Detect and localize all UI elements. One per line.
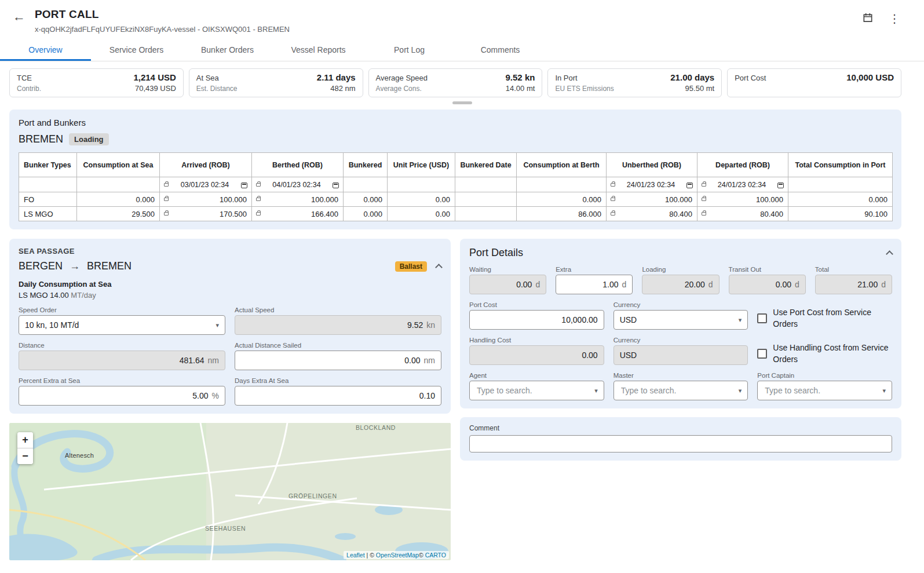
cell-departed-rob[interactable]: 100.000 [697, 192, 788, 207]
osm-link[interactable]: OpenStreetMap [376, 552, 419, 559]
col-arrived-rob: Arrived (ROB) [160, 153, 252, 177]
port-captain-input[interactable] [764, 385, 879, 396]
attribution-text: | © [365, 552, 376, 559]
actual-distance-field[interactable]: 0.00 nm [235, 351, 441, 370]
transit-out-field: 0.00d [729, 275, 806, 294]
tab-bunker-orders[interactable]: Bunker Orders [182, 38, 273, 61]
days-extra-field[interactable]: 0.10 [235, 386, 441, 406]
kpi-row: TCE1,214 USD Contrib.70,439 USD At Sea2.… [9, 68, 901, 97]
percent-extra-field[interactable]: 5.00 % [19, 386, 225, 406]
cell-bunkered[interactable]: 0.000 [344, 192, 388, 207]
leaflet-link[interactable]: Leaflet [346, 552, 365, 559]
cell-value: 170.500 [220, 210, 247, 218]
berthed-date-cell[interactable]: 04/01/23 02:34 [252, 177, 344, 192]
extra-value: 1.00 [562, 280, 618, 289]
master-select[interactable]: ▾ [613, 381, 748, 400]
empty-cell [455, 177, 517, 192]
cell-unberthed-rob[interactable]: 100.000 [607, 192, 697, 207]
calendar-icon[interactable] [241, 183, 247, 188]
calendar-icon[interactable] [777, 183, 784, 188]
currency-label: Currency [613, 301, 748, 308]
carto-link[interactable]: CARTO [425, 552, 446, 559]
map-attribution: Leaflet | © OpenStreetMap© CARTO [344, 551, 449, 559]
kpi-value: 21.00 days [670, 72, 714, 82]
cell-arrived-rob[interactable]: 170.500 [160, 207, 252, 221]
cell-consumption-at-sea[interactable]: 29.500 [77, 207, 160, 221]
back-button[interactable]: ← [9, 9, 29, 24]
use-port-cost-checkbox[interactable] [757, 313, 767, 323]
kpi-sub-value: 70,439 USD [135, 84, 176, 93]
total-label: Total [815, 266, 892, 273]
kpi-card-at-sea: At Sea2.11 days Est. Distance482 nm [189, 68, 363, 97]
departed-date-cell[interactable]: 24/01/23 02:34 [697, 177, 788, 192]
port-captain-label: Port Captain [757, 372, 892, 379]
cell-departed-rob[interactable]: 80.400 [697, 207, 788, 221]
cell-bunkered-date[interactable] [455, 207, 517, 221]
kpi-label: Port Cost [735, 74, 766, 82]
actual-distance-unit: nm [424, 356, 435, 365]
route-arrow-icon: → [70, 260, 80, 272]
zoom-in-button[interactable]: + [17, 432, 33, 448]
port-captain-select[interactable]: ▾ [757, 381, 892, 400]
kpi-label: TCE [17, 74, 32, 82]
arrived-date-cell[interactable]: 03/01/23 02:34 [160, 177, 252, 192]
extra-field[interactable]: 1.00d [556, 275, 633, 294]
lock-icon [611, 183, 615, 187]
more-options-icon[interactable]: ⋮ [888, 12, 901, 25]
kpi-sub-label: EU ETS Emissions [555, 85, 613, 93]
transit-out-label: Transit Out [729, 266, 806, 273]
master-input[interactable] [620, 385, 735, 396]
actual-speed-field: 9.52 kn [235, 315, 441, 335]
agent-select[interactable]: ▾ [469, 381, 604, 400]
cell-bunkered-date[interactable] [455, 192, 517, 207]
use-port-cost-label: Use Port Cost from Service Orders [773, 307, 892, 330]
port-cost-field[interactable]: 10,000.00 [469, 310, 604, 330]
handling-cost-currency-select: USD [613, 345, 748, 365]
cell-unberthed-rob[interactable]: 80.400 [607, 207, 697, 221]
use-handling-cost-checkbox[interactable] [757, 349, 767, 359]
calendar-icon[interactable] [686, 183, 693, 188]
speed-order-select[interactable]: 10 kn, 10 MT/d ▾ [19, 315, 225, 335]
waiting-value: 0.00 [476, 280, 532, 289]
cell-bunker-type: LS MGO [19, 207, 77, 221]
kpi-card-average-speed: Average Speed9.52 kn Average Cons.14.00 … [368, 68, 543, 97]
days-extra-value: 0.10 [241, 391, 435, 400]
cell-unit-price[interactable]: 0.00 [388, 192, 455, 207]
comment-input[interactable] [469, 435, 892, 452]
section-title: Port and Bunkers [19, 118, 892, 127]
empty-cell [77, 177, 160, 192]
calendar-icon[interactable] [333, 183, 339, 188]
cell-bunkered[interactable]: 0.000 [344, 207, 388, 221]
kpi-value: 2.11 days [317, 72, 356, 82]
unberthed-date-cell[interactable]: 24/01/23 02:34 [607, 177, 697, 192]
collapse-chevron-icon[interactable] [886, 250, 893, 258]
cell-consumption-at-sea[interactable]: 0.000 [77, 192, 160, 207]
port-details-title: Port Details [469, 247, 523, 259]
cell-berthed-rob[interactable]: 166.400 [252, 207, 344, 221]
cell-arrived-rob[interactable]: 100.000 [160, 192, 252, 207]
lock-icon [702, 198, 706, 201]
tab-vessel-reports[interactable]: Vessel Reports [273, 38, 364, 61]
percent-extra-label: Percent Extra at Sea [19, 377, 225, 384]
agent-input[interactable] [476, 385, 591, 396]
zoom-out-button[interactable]: − [17, 448, 33, 464]
cell-consumption-at-berth[interactable]: 0.000 [517, 192, 607, 207]
calendar-icon[interactable] [861, 10, 875, 26]
lock-icon [611, 212, 615, 216]
tab-service-orders[interactable]: Service Orders [91, 38, 182, 61]
actual-speed-value: 9.52 [241, 320, 423, 330]
resize-handle[interactable] [452, 101, 472, 104]
tab-comments[interactable]: Comments [455, 38, 546, 61]
cell-berthed-rob[interactable]: 100.000 [252, 192, 344, 207]
transit-out-value: 0.00 [735, 280, 791, 289]
port-cost-currency-select[interactable]: USD▾ [613, 310, 748, 330]
master-label: Master [613, 372, 748, 379]
cell-consumption-at-berth[interactable]: 86.000 [517, 207, 607, 221]
map-canvas[interactable] [9, 423, 451, 560]
tab-overview[interactable]: Overview [0, 38, 91, 61]
kpi-card-in-port: In Port21.00 days EU ETS Emissions95.50 … [547, 68, 722, 97]
cell-unit-price[interactable]: 0.00 [388, 207, 455, 221]
collapse-chevron-icon[interactable] [435, 264, 443, 271]
tab-port-log[interactable]: Port Log [364, 38, 455, 61]
loading-unit: d [708, 280, 713, 289]
